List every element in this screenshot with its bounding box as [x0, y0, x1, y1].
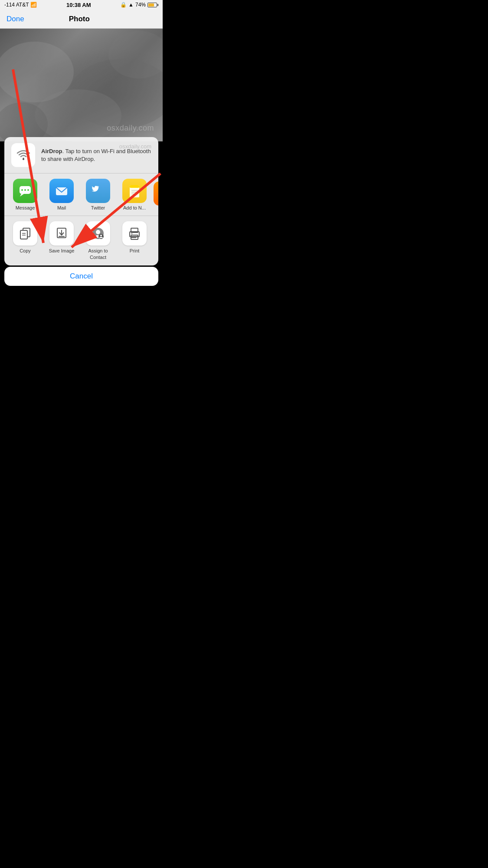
action-print[interactable]: Print [117, 221, 152, 254]
battery-percent: 74% [135, 2, 146, 8]
app-item-mail[interactable]: Mail [44, 179, 79, 210]
print-icon [128, 226, 141, 240]
cancel-button[interactable]: Cancel [4, 267, 158, 286]
action-save-image[interactable]: Save Image [44, 221, 79, 254]
contact-icon-box [86, 221, 110, 246]
app-item-message[interactable]: Message [8, 179, 43, 210]
svg-marker-7 [20, 194, 24, 197]
airdrop-row[interactable]: AirDrop. Tap to turn on Wi-Fi and Blueto… [4, 137, 158, 174]
app-label-twitter: Twitter [91, 205, 105, 210]
status-left: -114 AT&T 📶 [4, 2, 37, 8]
airdrop-icon [15, 147, 32, 164]
notes-icon [122, 179, 147, 203]
svg-point-27 [100, 235, 102, 236]
svg-point-25 [96, 230, 100, 234]
cancel-label: Cancel [70, 272, 93, 281]
battery-icon [147, 3, 158, 7]
extra-icon [154, 181, 158, 206]
status-right: 🔒 ▲ 74% [120, 2, 158, 8]
app-label-message: Message [16, 205, 35, 210]
status-time: 10:38 AM [66, 2, 91, 8]
actions-row: Copy Save Image [4, 216, 158, 265]
share-watermark: osxdaily.com [119, 143, 151, 150]
message-icon [13, 179, 37, 203]
svg-rect-13 [130, 185, 139, 188]
wifi-icon: 📶 [30, 2, 37, 8]
svg-point-2 [35, 89, 121, 141]
app-icons-row: Message Mail Twitter [4, 174, 158, 216]
location-icon: ▲ [128, 2, 134, 8]
photo-area: osxdaily.com [0, 29, 163, 141]
twitter-icon [86, 179, 110, 203]
watermark: osxdaily.com [107, 124, 154, 133]
app-label-mail: Mail [57, 205, 66, 210]
airdrop-icon-box [11, 143, 35, 167]
action-label-copy: Copy [20, 248, 31, 254]
action-label-contact: Assign to Contact [81, 248, 115, 260]
save-icon-box [49, 221, 74, 246]
app-item-twitter[interactable]: Twitter [81, 179, 115, 210]
carrier-text: -114 AT&T [4, 2, 29, 8]
copy-icon-box [13, 221, 37, 246]
svg-rect-18 [20, 230, 27, 239]
nav-title: Photo [69, 15, 90, 23]
airdrop-title: AirDrop [41, 148, 62, 154]
mail-icon [49, 179, 74, 203]
done-button[interactable]: Done [7, 15, 24, 23]
app-label-notes: Add to N... [123, 205, 146, 210]
action-label-save: Save Image [49, 248, 75, 254]
action-assign-contact[interactable]: Assign to Contact [81, 221, 115, 260]
action-label-print: Print [130, 248, 140, 254]
svg-point-10 [27, 189, 29, 191]
svg-point-9 [24, 189, 26, 191]
app-item-notes[interactable]: Add to N... [117, 179, 152, 210]
share-sheet: AirDrop. Tap to turn on Wi-Fi and Blueto… [4, 137, 158, 265]
svg-point-8 [21, 189, 23, 191]
contact-icon [91, 226, 105, 240]
copy-icon [18, 226, 32, 240]
save-icon [55, 226, 69, 240]
app-item-extra[interactable] [154, 181, 158, 208]
svg-point-5 [23, 158, 24, 160]
nav-bar: Done Photo [0, 10, 163, 29]
lock-icon: 🔒 [120, 2, 127, 8]
print-icon-box [122, 221, 147, 246]
status-bar: -114 AT&T 📶 10:38 AM 🔒 ▲ 74% [0, 0, 163, 10]
action-copy[interactable]: Copy [8, 221, 43, 254]
